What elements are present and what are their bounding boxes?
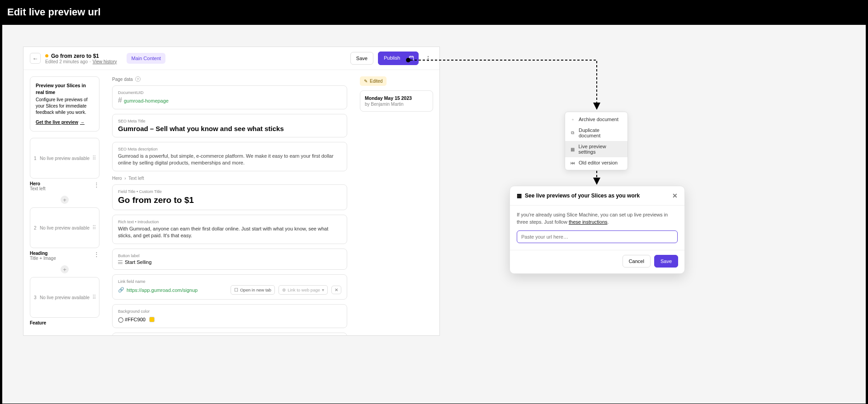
menu-duplicate[interactable]: ⧉ Duplicate document (565, 125, 627, 141)
globe-icon: ⊕ (282, 287, 286, 292)
tab-main-content[interactable]: Main Content (127, 53, 165, 64)
edited-badge: ✎ Edited (360, 76, 387, 86)
more-menu-button[interactable]: ⋮ (423, 53, 433, 64)
seo-title-field[interactable]: SEO Meta Title Gumroad – Sell what you k… (112, 114, 347, 137)
preview-info-card: Preview your Slices in real time Configu… (30, 76, 99, 132)
bg-color-field[interactable]: Background color ◯ #FFC900 (112, 304, 347, 328)
help-icon[interactable]: ? (135, 76, 141, 82)
preview-icon: ▦ (517, 193, 522, 199)
button-label-input[interactable]: Button label Start Selling (112, 249, 347, 270)
menu-old-editor[interactable]: ⏮ Old editor version (565, 157, 627, 168)
cancel-button[interactable]: Cancel (623, 255, 651, 268)
pencil-icon: ✎ (364, 79, 368, 84)
richtext-input[interactable]: Rich text • Introduction With Gumroad, a… (112, 215, 347, 244)
rewind-icon: ⏮ (570, 160, 576, 165)
view-history-link[interactable]: View history (93, 59, 117, 64)
info-body: Configure live previews of your Slices f… (36, 97, 88, 115)
uid-field[interactable]: DocumentUID #gumroad-homepage (112, 85, 347, 109)
instructions-link[interactable]: these instructions (569, 219, 608, 225)
slice-preview[interactable]: 3 No live preview available ⠿ (30, 277, 99, 318)
info-heading: Preview your Slices in real time (36, 82, 94, 95)
field-title-input[interactable]: Field Title • Custom Title Go from zero … (112, 184, 347, 210)
drag-handle-icon[interactable]: ⠿ (92, 294, 96, 301)
preview-url-input[interactable] (517, 230, 678, 243)
menu-live-preview-settings[interactable]: ▦ Live preview settings (565, 141, 627, 157)
swatch-icon: ◯ (118, 317, 123, 322)
color-swatch (149, 317, 155, 322)
slice-preview[interactable]: 2 No live preview available ⠿ (30, 207, 99, 248)
feature-image-field: Feature image · 2800x1540px ✂ Crop & Res… (112, 333, 347, 336)
history-entry[interactable]: Monday May 15 2023 by Benjamin Martin (360, 90, 433, 112)
publish-button[interactable]: Publish (378, 52, 406, 65)
menu-archive[interactable]: ▫ Archive document (565, 114, 627, 125)
add-slice-button[interactable]: + (61, 196, 69, 204)
status-dot-icon (45, 54, 48, 57)
get-live-preview-link[interactable]: Get the live preview → (36, 119, 85, 126)
arrow-right-icon: → (80, 119, 85, 126)
editor-panel: ← Go from zero to $1 Edited 2 minutes ag… (23, 47, 440, 336)
save-preview-button[interactable]: Save (654, 255, 678, 268)
schedule-icon[interactable] (404, 52, 419, 65)
slice-breadcrumb: Hero › Text left (112, 176, 347, 181)
drag-handle-icon[interactable]: ⠿ (92, 225, 96, 231)
text-icon (118, 260, 123, 264)
clear-link-button[interactable]: ✕ (331, 286, 341, 294)
page-data-heading: Page data (112, 77, 133, 82)
context-menu: ▫ Archive document ⧉ Duplicate document … (565, 112, 628, 170)
page-title: Edit live preview url (0, 0, 868, 24)
drag-handle-icon[interactable]: ⠿ (92, 155, 96, 161)
live-preview-modal: ▦ See live previews of your Slices as yo… (509, 186, 685, 274)
settings-icon: ▦ (570, 146, 575, 152)
slice-kebab[interactable]: ⋮ (94, 251, 99, 258)
seo-description-field[interactable]: SEO Meta description Gumroad is a powerf… (112, 142, 347, 171)
slice-preview[interactable]: 1 No live preview available ⠿ (30, 138, 99, 179)
link-to-web-select[interactable]: ⊕Link to web page ▾ (278, 285, 328, 295)
archive-icon: ▫ (570, 117, 576, 122)
save-button[interactable]: Save (350, 52, 373, 65)
close-icon[interactable]: ✕ (672, 192, 678, 199)
svg-rect-0 (410, 56, 414, 60)
duplicate-icon: ⧉ (570, 130, 576, 136)
back-button[interactable]: ← (30, 53, 41, 64)
slice-kebab[interactable]: ⋮ (94, 181, 99, 188)
doc-title: Go from zero to $1 (51, 53, 99, 59)
link-field[interactable]: Link field name 🔗https://app.gumroad.com… (112, 274, 347, 300)
add-slice-button[interactable]: + (61, 265, 69, 273)
link-icon: 🔗 (118, 287, 124, 293)
doc-info: Go from zero to $1 Edited 2 minutes ago … (45, 53, 117, 64)
open-new-tab-toggle[interactable]: ☐ Open in new tab (231, 285, 275, 295)
modal-title: See live previews of your Slices as you … (525, 193, 640, 199)
edited-ago: Edited 2 minutes ago (45, 59, 88, 64)
